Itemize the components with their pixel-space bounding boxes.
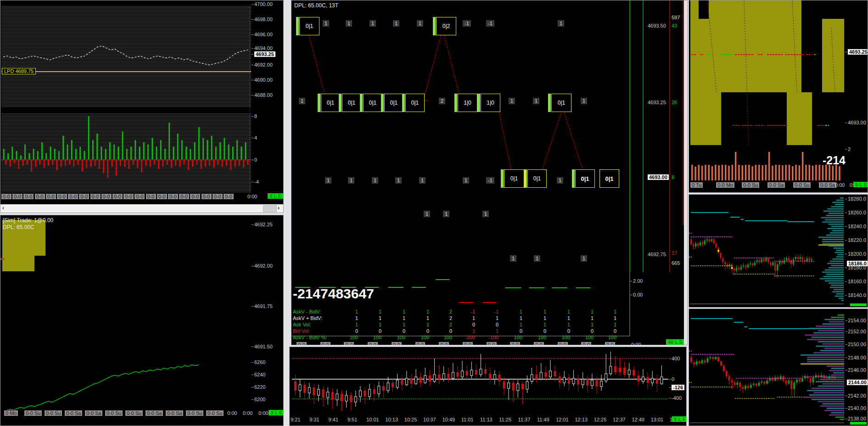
panel-center-numberbars[interactable]: DPL: 65.00C, 13T0|10|20|10|10|10|10|11|0… bbox=[291, 0, 688, 345]
price-axis-label: 6240 bbox=[254, 372, 265, 377]
table-value-cell: 1 bbox=[414, 309, 429, 314]
chart-shape bbox=[308, 387, 310, 393]
chart-shape bbox=[834, 247, 844, 249]
axis-tick bbox=[845, 226, 847, 227]
chart-line bbox=[309, 35, 326, 99]
numberbar-box[interactable]: 0|1 bbox=[575, 169, 595, 188]
chart-shape bbox=[56, 160, 58, 170]
chart-shape bbox=[824, 319, 844, 320]
numberbar-box[interactable]: 0|1 bbox=[384, 94, 403, 112]
numberbar-box[interactable]: 0|1 bbox=[299, 17, 319, 35]
price-axis-label: 400 bbox=[672, 356, 680, 361]
vertical-scrollbar[interactable] bbox=[684, 0, 687, 345]
chart-shape bbox=[173, 147, 174, 160]
numberbar-box[interactable]: 0|1 bbox=[599, 169, 619, 188]
cumulative-pnl-chart[interactable] bbox=[1, 215, 251, 410]
price-axis-label: 6260 bbox=[254, 359, 265, 365]
horizontal-scrollbar[interactable]: ‹› bbox=[0, 204, 283, 213]
numberbar-box[interactable]: 0|2 bbox=[436, 17, 456, 35]
candlestick-chart[interactable] bbox=[689, 195, 867, 307]
time-axis-cell: 0-0 bbox=[123, 194, 134, 199]
numberbar-box[interactable]: 0|1 bbox=[405, 94, 425, 112]
numberbar-box[interactable]: 0|1 bbox=[363, 94, 382, 112]
status-strip bbox=[850, 422, 867, 425]
chart-shape bbox=[213, 160, 214, 168]
chart-shape bbox=[424, 376, 426, 383]
panel-bottom-right-candles[interactable]: 2154.002152.002150.002148.002146.002142.… bbox=[689, 308, 868, 426]
profile-count-label: 26 bbox=[672, 100, 677, 105]
chart-shape bbox=[822, 272, 844, 273]
chart-shape bbox=[743, 265, 744, 266]
price-axis-label: 4694.00 bbox=[254, 45, 273, 51]
chart-shape bbox=[708, 165, 710, 180]
chart-shape bbox=[78, 160, 79, 165]
table-value-cell: 1 bbox=[342, 315, 358, 321]
scroll-right-arrow[interactable]: › bbox=[278, 205, 280, 211]
axis-tick bbox=[252, 138, 253, 138]
price-axis-label: 18186.0 bbox=[847, 261, 868, 266]
chart-shape bbox=[807, 339, 844, 340]
numberbar-box[interactable]: 0|1 bbox=[504, 169, 524, 188]
chart-shape bbox=[215, 147, 217, 160]
chart-shape bbox=[303, 385, 306, 393]
chart-shape bbox=[503, 381, 505, 388]
chart-shape bbox=[521, 384, 524, 389]
chart-shape bbox=[181, 140, 183, 160]
chart-shape bbox=[825, 269, 844, 271]
chart-shape bbox=[405, 378, 408, 385]
chart-shape bbox=[156, 147, 157, 160]
chart-shape bbox=[772, 166, 773, 180]
time-axis-cell: 0-0 Sa bbox=[166, 410, 183, 416]
chart-shape bbox=[835, 204, 844, 205]
chart-series-line bbox=[3, 46, 248, 65]
chart-shape bbox=[369, 389, 371, 397]
scroll-left-arrow[interactable]: ‹ bbox=[2, 205, 4, 211]
panel-top-left-chart[interactable]: LPD 4689.754700.004698.004696.004694.004… bbox=[0, 0, 284, 213]
numberbar-box[interactable]: 0|1 bbox=[551, 94, 571, 112]
table-value-cell: 0 bbox=[531, 328, 546, 334]
chart-shape bbox=[709, 357, 711, 358]
volume-bar bbox=[501, 169, 504, 188]
table-value-cell: 1 bbox=[507, 315, 522, 321]
chart-line bbox=[539, 112, 561, 178]
chart-shape bbox=[829, 321, 844, 323]
chart-shape bbox=[582, 379, 584, 385]
table-value-cell: 1 bbox=[531, 322, 546, 327]
numberbar-box[interactable]: 1|0 bbox=[458, 94, 477, 112]
chart-shape bbox=[693, 362, 695, 364]
candlestick-chart[interactable] bbox=[689, 309, 867, 426]
chart-shape bbox=[694, 167, 696, 180]
panel-top-right-chart[interactable]: 4693.254693.002-2140 Tu0-0 Mo0-0 Su0-0 S… bbox=[689, 0, 868, 193]
time-axis-cell: 0-0 Sa bbox=[767, 182, 785, 188]
numberbar-box[interactable]: 0|1 bbox=[527, 169, 547, 188]
numberbar-box[interactable]: 0|1 bbox=[321, 94, 340, 112]
chart-shape bbox=[822, 165, 824, 180]
price-volume-chart[interactable] bbox=[1, 0, 251, 193]
chart-shape bbox=[803, 397, 844, 398]
time-axis-cell: 0-0 bbox=[190, 194, 200, 199]
time-axis-cell: 0-0 bbox=[146, 194, 156, 199]
panel-bottom-left-chart[interactable]: [Sim] Trade: 1@0.00DPL: 65.00C4692.25469… bbox=[0, 215, 284, 426]
table-value-cell: 1 bbox=[507, 322, 522, 327]
chart-shape bbox=[755, 165, 757, 180]
chart-shape bbox=[822, 241, 844, 242]
time-axis-cell: 0-0 Su bbox=[45, 410, 62, 416]
axis-tick bbox=[252, 160, 253, 160]
panel-mid-right-candles[interactable]: 18280.018260.018240.018220.018200.018180… bbox=[689, 194, 868, 308]
table-value-cell: 1 bbox=[578, 315, 594, 321]
chart-shape bbox=[190, 149, 191, 160]
chart-shape bbox=[831, 412, 845, 414]
chart-shape bbox=[824, 376, 844, 378]
delta-count-cell: -1 bbox=[486, 177, 494, 184]
panel-center-bottom-oscillator[interactable]: 4000-126-4009:219:319:419:5110:0110:1310… bbox=[289, 347, 687, 426]
chart-shape bbox=[695, 243, 696, 247]
table-value-cell: 1 bbox=[578, 322, 594, 327]
numberbar-box[interactable]: 0|1 bbox=[342, 94, 361, 112]
chart-shape bbox=[831, 226, 844, 227]
oscillator-candle-chart[interactable] bbox=[290, 347, 685, 416]
numberbar-box[interactable]: 1|0 bbox=[481, 94, 500, 112]
scrollbar-thumb[interactable] bbox=[263, 205, 277, 212]
chart-shape bbox=[22, 160, 24, 166]
table-value-cell: 1 bbox=[601, 322, 616, 327]
chart-shape bbox=[825, 219, 844, 221]
